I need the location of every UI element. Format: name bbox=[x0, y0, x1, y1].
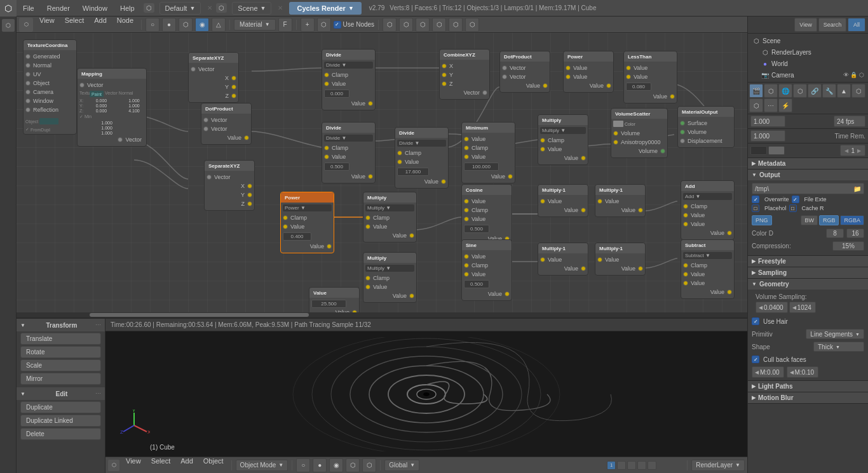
menu-file[interactable]: File bbox=[17, 0, 41, 16]
viewport-icon-btn[interactable]: ⬡ bbox=[108, 460, 119, 471]
view-menu[interactable]: View bbox=[36, 17, 58, 33]
node-multiply7[interactable]: Multiply·1 Value Value bbox=[595, 243, 646, 276]
prop-tab-particles[interactable]: ⋯ bbox=[764, 98, 778, 112]
cache-checkbox[interactable]: □ bbox=[789, 204, 797, 212]
rgb-btn[interactable]: RGB bbox=[819, 215, 839, 225]
translate-btn[interactable]: Translate bbox=[20, 333, 101, 345]
geometry-header[interactable]: ▼ Geometry bbox=[748, 279, 868, 290]
render-viewport[interactable]: Time:00:26.60 | Remaining:00:53.64 | Mem… bbox=[105, 319, 747, 473]
node-mode-btn5[interactable]: △ bbox=[212, 18, 226, 32]
render-btn1[interactable]: ⬡ bbox=[383, 18, 397, 32]
prop-tab-texture[interactable]: ⬡ bbox=[749, 98, 763, 112]
node-mode-btn1[interactable]: ○ bbox=[146, 18, 159, 32]
scene-tree-scene[interactable]: ⬡ Scene bbox=[750, 35, 865, 46]
cull-back-faces-checkbox[interactable]: ✓ bbox=[752, 356, 759, 363]
overwrite-checkbox[interactable]: ✓ bbox=[752, 196, 759, 203]
prop-tab-world[interactable]: 🌐 bbox=[778, 84, 792, 98]
viewport-mode-5[interactable]: ⬡ bbox=[362, 458, 376, 472]
frame-field[interactable]: ◀ 1 ▶ bbox=[840, 145, 865, 156]
node-minimum[interactable]: Minimum Value Clamp Value 100.000 Value bbox=[461, 122, 515, 183]
prop-tab-scene[interactable]: ⬡ bbox=[764, 84, 778, 98]
prop-tab-physics[interactable]: ⚡ bbox=[778, 98, 792, 112]
layer-btn-2[interactable] bbox=[617, 461, 626, 470]
node-mode-btn3[interactable]: ⬡ bbox=[179, 18, 193, 32]
prop-tab-object[interactable]: ⬡ bbox=[793, 84, 807, 98]
scale-btn[interactable]: Scale bbox=[20, 359, 101, 371]
png-btn[interactable]: PNG bbox=[752, 215, 772, 225]
render-btn3[interactable]: ⬡ bbox=[416, 18, 430, 32]
node-texture-coord[interactable]: TextureCoordina Generated Normal UV Obje… bbox=[23, 39, 77, 135]
node-menu[interactable]: Node bbox=[113, 17, 137, 33]
scene-tree-world[interactable]: ● World bbox=[750, 58, 865, 69]
volume-field2[interactable]: ◀ 1024 bbox=[789, 302, 816, 313]
render-layer-selector[interactable]: RenderLayer ▼ bbox=[691, 460, 745, 471]
node-power1[interactable]: Power Value Value Value bbox=[563, 51, 614, 93]
bw-btn[interactable]: BW bbox=[801, 215, 818, 225]
scene-tree-camera[interactable]: 📷 Camera 👁 🔒 ⬡ bbox=[750, 69, 865, 81]
editor-type-btn[interactable]: ⬡ bbox=[19, 18, 33, 32]
node-mode-btn2[interactable]: ● bbox=[162, 18, 176, 32]
pin-btn[interactable]: F bbox=[278, 18, 292, 32]
placeholder-checkbox[interactable]: □ bbox=[752, 204, 759, 212]
scene-selector[interactable]: Scene ▼ bbox=[232, 2, 271, 15]
render-btn2[interactable]: ⬡ bbox=[399, 18, 413, 32]
color-depth-field[interactable]: 8 bbox=[826, 229, 844, 238]
rotate-btn[interactable]: Rotate bbox=[20, 346, 101, 358]
prop-tab-render[interactable]: 🎬 bbox=[749, 84, 763, 98]
prop-tab-data[interactable]: ▲ bbox=[837, 84, 851, 98]
node-dotproduct2[interactable]: DotProduct Vector Vector Value bbox=[499, 51, 550, 93]
viewport-view-menu[interactable]: View bbox=[122, 457, 145, 474]
viewport-add-menu[interactable]: Add bbox=[177, 457, 197, 474]
motion-blur-header[interactable]: ▶ Motion Blur bbox=[748, 392, 868, 403]
node-multiply1[interactable]: Multiply Multiply ▼ Clamp Value Value bbox=[538, 114, 588, 165]
viewport-mode-3[interactable]: ◉ bbox=[329, 458, 343, 472]
node-view-btn1[interactable]: + bbox=[301, 18, 315, 32]
output-header[interactable]: ▼ Output bbox=[748, 170, 868, 180]
node-sine[interactable]: Sine Value Clamp Value 0.500 Value bbox=[461, 239, 512, 301]
select-menu[interactable]: Select bbox=[61, 17, 88, 33]
search-btn[interactable]: Search bbox=[818, 18, 846, 32]
node-dotproduct1[interactable]: DotProduct Vector Vector Value bbox=[201, 103, 252, 145]
m1-field[interactable]: ◀ M:0.00 bbox=[752, 366, 784, 378]
viewport-object-menu[interactable]: Object bbox=[200, 457, 227, 474]
add-menu[interactable]: Add bbox=[90, 17, 111, 33]
prop-tab-modifiers[interactable]: 🔧 bbox=[822, 84, 836, 98]
duplicate-btn[interactable]: Duplicate bbox=[20, 401, 101, 413]
render-btn6[interactable]: ⬡ bbox=[465, 18, 479, 32]
node-editor-scrollbar-h[interactable] bbox=[17, 312, 747, 317]
node-mode-btn4[interactable]: ◉ bbox=[195, 18, 209, 32]
all-btn[interactable]: All bbox=[848, 18, 865, 32]
menu-window[interactable]: Window bbox=[76, 0, 114, 16]
folder-icon[interactable]: 📁 bbox=[853, 185, 861, 192]
layer-btn-1[interactable]: 1 bbox=[607, 461, 616, 470]
mirror-btn[interactable]: Mirror bbox=[20, 373, 101, 385]
node-less-than[interactable]: LessThan Value Value 0.080 Value bbox=[623, 51, 677, 103]
file-ext-checkbox[interactable]: ✓ bbox=[792, 196, 799, 203]
viewport-select-menu[interactable]: Select bbox=[147, 457, 175, 474]
node-view-btn2[interactable]: ⬡ bbox=[317, 18, 331, 32]
node-divide2[interactable]: Divide Divide ▼ Clamp Value 0.500 Value bbox=[322, 122, 376, 183]
viewport-mode-4[interactable]: ⬡ bbox=[346, 458, 360, 472]
engine-selector[interactable]: Cycles Render ▼ bbox=[289, 2, 361, 15]
node-cosine[interactable]: Cosine Value Clamp Value 0.500 Value bbox=[461, 184, 512, 246]
layer-btn-3[interactable] bbox=[627, 461, 636, 470]
use-nodes-checkbox[interactable]: ✓ bbox=[334, 21, 341, 29]
node-power-selected[interactable]: Power Power ▼ Clamp Value 0.400 Value bbox=[280, 192, 334, 253]
shape-dropdown[interactable]: Thick ▼ bbox=[813, 342, 864, 352]
light-paths-header[interactable]: ▶ Light Paths bbox=[748, 381, 868, 392]
node-multiply3[interactable]: Multiply·1 Value Value bbox=[538, 184, 588, 217]
node-divide3[interactable]: Divide Divide ▼ Clamp Value 17.600 Value bbox=[395, 127, 449, 189]
duplicate-linked-btn[interactable]: Duplicate Linked bbox=[20, 415, 101, 427]
scale1-field[interactable]: 1.000 bbox=[750, 116, 785, 127]
menu-help[interactable]: Help bbox=[114, 0, 141, 16]
blender-logo[interactable]: ⬡ bbox=[0, 0, 17, 17]
global-selector[interactable]: Global ▼ bbox=[384, 460, 419, 471]
workspace-selector[interactable]: Default ▼ bbox=[159, 2, 201, 15]
node-add[interactable]: Add Add ▼ Clamp Value Value Value bbox=[681, 180, 735, 240]
menu-render[interactable]: Render bbox=[41, 0, 76, 16]
viewport-mode-1[interactable]: ○ bbox=[296, 458, 310, 472]
node-multiply6[interactable]: Multiply·1 Value Value bbox=[538, 243, 588, 276]
use-hair-checkbox[interactable]: ✓ bbox=[752, 317, 759, 325]
node-editor[interactable]: TextureCoordina Generated Normal UV Obje… bbox=[17, 33, 747, 317]
node-mapping[interactable]: Mapping Vector Texture Paint Vector Norm… bbox=[77, 68, 147, 147]
